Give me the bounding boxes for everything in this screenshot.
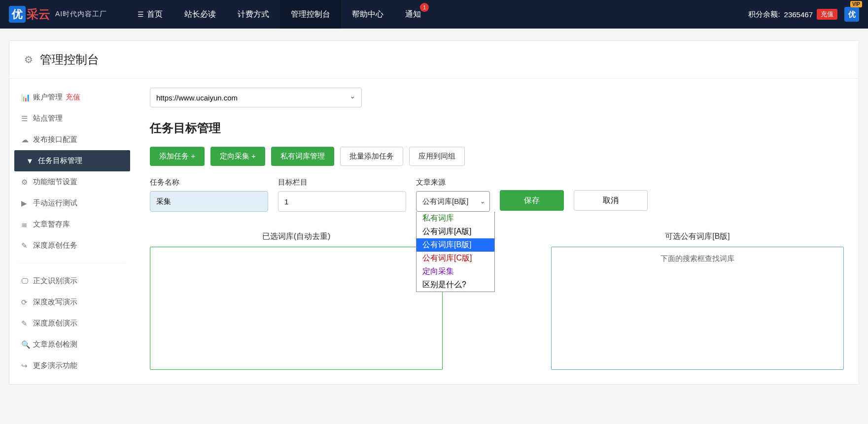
sidebar: 📊 账户管理 充值 ☰ 站点管理 ☁ 发布接口配置 ▼ 任务目标管理 ⚙ 功能细…	[9, 79, 135, 384]
page-title: 管理控制台	[40, 52, 99, 67]
play-icon: ▶	[21, 199, 33, 208]
card-header: ⚙ 管理控制台	[9, 41, 859, 79]
list-icon: ☰	[138, 10, 144, 18]
option-public-a[interactable]: 公有词库[A版]	[417, 225, 494, 238]
avatar[interactable]: 优 VIP	[844, 7, 859, 22]
button-row: 添加任务 + 定向采集 + 私有词库管理 批量添加任务 应用到同组	[150, 147, 844, 166]
available-panel-box[interactable]: 下面的搜索框查找词库	[551, 247, 844, 370]
option-public-b[interactable]: 公有词库[B版]	[417, 238, 494, 252]
target-col-input[interactable]	[278, 191, 406, 212]
nav-console[interactable]: 管理控制台	[280, 0, 341, 29]
filter-icon: ▼	[26, 157, 38, 165]
apply-group-button[interactable]: 应用到同组	[409, 147, 465, 166]
nav-right: 积分余额: 2365467 充值 优 VIP	[748, 7, 859, 22]
sidebar-item-demo-more[interactable]: ↪ 更多演示功能	[9, 355, 135, 376]
nav-notify[interactable]: 通知 1	[394, 0, 432, 29]
notify-badge: 1	[420, 3, 429, 12]
main-content: https://www.ucaiyun.com 任务目标管理 添加任务 + 定向…	[135, 79, 859, 384]
logo-badge: 优	[9, 6, 26, 23]
nav-webmaster[interactable]: 站长必读	[174, 0, 227, 29]
batch-add-button[interactable]: 批量添加任务	[340, 147, 403, 166]
save-button[interactable]: 保存	[500, 190, 564, 211]
sidebar-item-demo-text[interactable]: 🖵 正文识别演示	[9, 270, 135, 292]
share-icon: ↪	[21, 361, 33, 370]
sidebar-item-original[interactable]: ✎ 深度原创任务	[9, 235, 135, 256]
chevron-down-icon: ⌄	[480, 198, 485, 205]
selected-panel-box[interactable]	[150, 247, 443, 370]
sidebar-item-storage[interactable]: ≣ 文章暂存库	[9, 214, 135, 235]
main-card: ⚙ 管理控制台 📊 账户管理 充值 ☰ 站点管理 ☁ 发布接口配置 ▼ 任务目标…	[9, 40, 859, 385]
option-private[interactable]: 私有词库	[417, 212, 494, 225]
sidebar-item-tasks[interactable]: ▼ 任务目标管理	[14, 150, 130, 171]
nav-items: ☰ 首页 站长必读 计费方式 管理控制台 帮助中心 通知 1	[127, 0, 432, 29]
nav-billing[interactable]: 计费方式	[227, 0, 280, 29]
cloud-icon: ☁	[21, 135, 33, 144]
vip-tag: VIP	[850, 1, 862, 7]
sidebar-item-publish[interactable]: ☁ 发布接口配置	[9, 129, 135, 150]
available-panel: 可选公有词库[B版] 下面的搜索框查找词库	[551, 231, 844, 370]
nav-home[interactable]: ☰ 首页	[127, 0, 174, 29]
add-task-button[interactable]: 添加任务 +	[150, 147, 205, 166]
targeted-collect-button[interactable]: 定向采集 +	[210, 147, 265, 166]
list-icon: ☰	[21, 114, 33, 123]
nav-home-label: 首页	[147, 9, 163, 20]
cancel-button[interactable]: 取消	[574, 190, 648, 211]
source-dropdown: 私有词库 公有词库[A版] 公有词库[B版] 公有词库[C版] 定向采集 区别是…	[416, 212, 495, 292]
monitor-icon: 🖵	[21, 277, 33, 285]
db-icon: ≣	[21, 220, 33, 229]
points-label: 积分余额:	[748, 10, 780, 19]
recharge-link[interactable]: 充值	[66, 93, 80, 102]
sidebar-item-demo-detect[interactable]: 🔍 文章原创检测	[9, 334, 135, 355]
edit-icon: ✎	[21, 241, 33, 250]
sidebar-divider	[19, 263, 125, 263]
sidebar-item-manual[interactable]: ▶ 手动运行测试	[9, 193, 135, 214]
option-public-c[interactable]: 公有词库[C版]	[417, 252, 494, 265]
refresh-icon: ⟳	[21, 298, 33, 307]
panels: 已选词库(自动去重) 可选公有词库[B版] 下面的搜索框查找词库	[150, 231, 844, 370]
selected-panel: 已选词库(自动去重)	[150, 231, 443, 370]
target-col-label: 目标栏目	[278, 178, 406, 187]
available-panel-note: 下面的搜索框查找词库	[558, 254, 836, 263]
selected-panel-title: 已选词库(自动去重)	[150, 231, 443, 242]
source-select[interactable]: 公有词库[B版] ⌄	[416, 191, 490, 212]
gear-icon: ⚙	[24, 54, 33, 65]
edit-icon: ✎	[21, 319, 33, 328]
site-select-wrap: https://www.ucaiyun.com	[150, 88, 362, 107]
form-row: 任务名称 目标栏目 文章来源 公有词库[B版] ⌄ 私有词库	[150, 178, 844, 212]
task-name-input[interactable]	[150, 191, 268, 212]
sidebar-item-demo-rewrite[interactable]: ⟳ 深度改写演示	[9, 292, 135, 313]
points-value: 2365467	[784, 10, 813, 19]
private-lib-button[interactable]: 私有词库管理	[271, 147, 334, 166]
sidebar-item-settings[interactable]: ⚙ 功能细节设置	[9, 171, 135, 193]
search-icon: 🔍	[21, 340, 33, 349]
option-targeted[interactable]: 定向采集	[417, 265, 494, 278]
logo-name: 采云	[27, 6, 50, 22]
section-title: 任务目标管理	[150, 120, 844, 136]
logo[interactable]: 优 采云 AI时代内容工厂	[9, 6, 107, 23]
top-navbar: 优 采云 AI时代内容工厂 ☰ 首页 站长必读 计费方式 管理控制台 帮助中心 …	[0, 0, 868, 29]
site-select[interactable]: https://www.ucaiyun.com	[150, 88, 362, 107]
available-panel-title: 可选公有词库[B版]	[551, 231, 844, 242]
nav-help[interactable]: 帮助中心	[341, 0, 394, 29]
source-label: 文章来源	[416, 178, 490, 187]
task-name-label: 任务名称	[150, 178, 268, 187]
bars-icon: 📊	[21, 93, 33, 102]
logo-tagline: AI时代内容工厂	[55, 10, 107, 19]
option-diff[interactable]: 区别是什么?	[417, 278, 494, 292]
sidebar-item-account[interactable]: 📊 账户管理 充值	[9, 87, 135, 108]
sidebar-item-sites[interactable]: ☰ 站点管理	[9, 108, 135, 129]
source-select-wrap: 公有词库[B版] ⌄ 私有词库 公有词库[A版] 公有词库[B版] 公有词库[C…	[416, 191, 490, 212]
sidebar-item-demo-original[interactable]: ✎ 深度原创演示	[9, 313, 135, 334]
cogs-icon: ⚙	[21, 178, 33, 187]
recharge-button[interactable]: 充值	[817, 9, 837, 20]
